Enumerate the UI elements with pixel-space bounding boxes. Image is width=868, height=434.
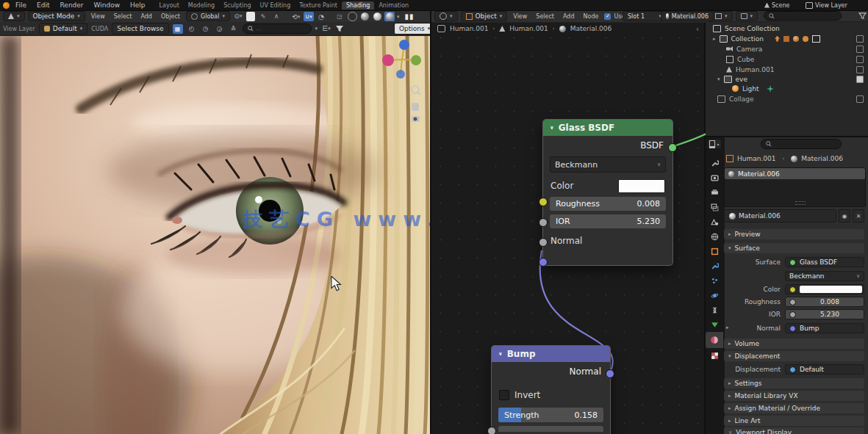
- shading-rendered-icon[interactable]: [384, 12, 395, 21]
- tree-list-icon[interactable]: ⋿▾: [321, 24, 331, 34]
- se-menu-node[interactable]: Node: [581, 13, 602, 20]
- outliner-filter-icon[interactable]: [858, 12, 867, 19]
- distribution-dropdown[interactable]: Beckmann∨: [550, 156, 666, 173]
- color-swatch-icon[interactable]: [246, 12, 255, 21]
- vp-menu-select[interactable]: Select: [111, 13, 135, 20]
- slot-dropdown[interactable]: Slot 1▾: [623, 11, 667, 21]
- roughness-input-socket[interactable]: [539, 218, 548, 227]
- bump-node-header[interactable]: ∨ Bump: [492, 346, 610, 362]
- panel-viewport-display[interactable]: ∨Viewport Display: [724, 427, 864, 434]
- options-button[interactable]: Options▾: [394, 23, 430, 35]
- ior-input-socket[interactable]: [539, 238, 548, 247]
- collapse-chevron-icon[interactable]: ∨: [498, 351, 503, 357]
- view-layer-selector[interactable]: View Layer: [806, 1, 847, 9]
- collection-checkbox[interactable]: [856, 35, 864, 43]
- row-checkbox[interactable]: [856, 95, 864, 103]
- slot-list-grip[interactable]: [795, 201, 806, 205]
- ior-field[interactable]: 5.230: [785, 309, 864, 319]
- material-slot-selected[interactable]: Material.006: [725, 168, 865, 179]
- outliner-row-camera[interactable]: Camera: [707, 44, 868, 54]
- tab-physics[interactable]: [706, 288, 723, 303]
- shading-dropdown-icon[interactable]: ▾: [397, 14, 400, 20]
- mode-dropdown[interactable]: Object Mode▾: [28, 11, 85, 21]
- color-field[interactable]: [785, 284, 864, 294]
- color-swatch[interactable]: [800, 286, 862, 293]
- eve-checkbox[interactable]: [856, 76, 864, 83]
- outliner-row-scene-collection[interactable]: Scene Collection: [707, 23, 868, 33]
- menu-file[interactable]: File: [10, 1, 32, 9]
- tool-b-icon[interactable]: ◷: [201, 24, 211, 34]
- material-name-field[interactable]: Material.006: [661, 11, 714, 21]
- orientation-dropdown[interactable]: Global▾: [186, 11, 230, 21]
- tab-texture[interactable]: [706, 348, 723, 363]
- path-object[interactable]: Human.001: [737, 155, 776, 162]
- shading-material-icon[interactable]: [372, 12, 382, 21]
- outliner-row-cube[interactable]: Cube: [707, 54, 868, 64]
- path-material[interactable]: Material.006: [801, 155, 843, 162]
- se-menu-view[interactable]: View: [510, 13, 530, 20]
- panel-displacement[interactable]: ▾Displacement: [724, 351, 864, 361]
- tab-tool[interactable]: [706, 156, 723, 170]
- color-input-socket[interactable]: [539, 198, 548, 206]
- row-checkbox[interactable]: [856, 66, 864, 73]
- se-menu-select[interactable]: Select: [533, 13, 557, 20]
- outliner-row-light[interactable]: Light: [707, 84, 868, 93]
- glass-normal-input-socket[interactable]: [539, 258, 548, 267]
- surface-shader-field[interactable]: Glass BSDF: [785, 257, 864, 267]
- bsdf-output-socket[interactable]: [668, 143, 677, 152]
- se-menu-add[interactable]: Add: [560, 13, 578, 20]
- material-browse-field[interactable]: Material.006: [724, 209, 836, 223]
- panel-settings[interactable]: ▸Settings: [724, 378, 864, 388]
- expand-icon[interactable]: ▸: [713, 36, 716, 42]
- outliner-row-human[interactable]: Human.001: [707, 65, 868, 74]
- tab-world[interactable]: [706, 229, 723, 244]
- tab-render[interactable]: [706, 170, 723, 185]
- vp-menu-object[interactable]: Object: [158, 13, 183, 20]
- properties-editor-type-button[interactable]: ▾: [707, 139, 722, 149]
- tab-sculpting[interactable]: Sculpting: [219, 1, 255, 10]
- tool-a-icon[interactable]: ◴: [187, 24, 197, 34]
- tool-dropdown[interactable]: Default▾: [39, 23, 87, 35]
- menu-render[interactable]: Render: [55, 1, 89, 9]
- snap-magnet-icon[interactable]: ∪▾: [304, 12, 314, 21]
- use-nodes-checkbox[interactable]: ✓: [604, 13, 611, 20]
- glass-bsdf-node[interactable]: ∨ Glass BSDF BSDF Beckmann∨ Color Roughn…: [542, 119, 673, 266]
- bump-normal-output-socket[interactable]: [606, 369, 614, 378]
- displacement-field[interactable]: Default: [785, 364, 864, 375]
- vp-menu-view[interactable]: View: [88, 13, 108, 20]
- color-swatch[interactable]: [618, 179, 665, 193]
- strength-input-socket[interactable]: [487, 427, 496, 434]
- menu-edit[interactable]: Edit: [32, 1, 54, 9]
- menu-window[interactable]: Window: [89, 1, 126, 9]
- proportional-falloff-icon[interactable]: ∧: [271, 12, 281, 21]
- tab-texture-paint[interactable]: Texture Paint: [295, 1, 342, 10]
- tab-modeling[interactable]: Modeling: [184, 1, 219, 10]
- bump-node[interactable]: ∨ Bump Normal Invert Strength 0.158: [491, 345, 611, 434]
- material-slot-list[interactable]: Material.006: [724, 167, 866, 207]
- tab-uv-editing[interactable]: UV Editing: [256, 1, 295, 10]
- unlink-material-icon[interactable]: ✕: [853, 209, 864, 223]
- tab-material[interactable]: [706, 332, 723, 348]
- tab-constraints[interactable]: [706, 303, 723, 317]
- tab-output[interactable]: [706, 185, 723, 200]
- tab-modifiers[interactable]: [706, 258, 723, 273]
- distribution-field[interactable]: Beckmann∨: [785, 271, 864, 281]
- ior-slider[interactable]: IOR 5.230: [550, 214, 666, 228]
- region-collapse-icon[interactable]: ‹: [696, 25, 699, 33]
- editor-type-button[interactable]: ▾: [3, 11, 25, 21]
- outliner-row-eve[interactable]: ▾ eve: [707, 74, 868, 84]
- menu-help[interactable]: Help: [125, 1, 151, 9]
- outliner-filter-mode-button[interactable]: ▾: [736, 11, 758, 21]
- fake-user-shield-icon[interactable]: ◉: [839, 209, 850, 223]
- panel-preview[interactable]: ▸Preview: [724, 229, 864, 239]
- browse-button[interactable]: Select Browse: [112, 23, 168, 35]
- panel-material-library-vx[interactable]: ▸Material Library VX: [724, 391, 864, 401]
- navigation-gizmo[interactable]: [381, 37, 428, 125]
- glass-node-header[interactable]: ∨ Glass BSDF: [543, 120, 672, 136]
- invert-checkbox[interactable]: [499, 390, 509, 400]
- roughness-slider[interactable]: Roughness 0.008: [550, 197, 666, 211]
- viewport-3d[interactable]: ▾ Object Mode▾ View Select Add Object Gl…: [0, 10, 430, 434]
- shader-editor-type-button[interactable]: ▾: [434, 11, 458, 21]
- tab-animation[interactable]: Animation: [374, 1, 413, 10]
- vp-menu-add[interactable]: Add: [137, 13, 155, 20]
